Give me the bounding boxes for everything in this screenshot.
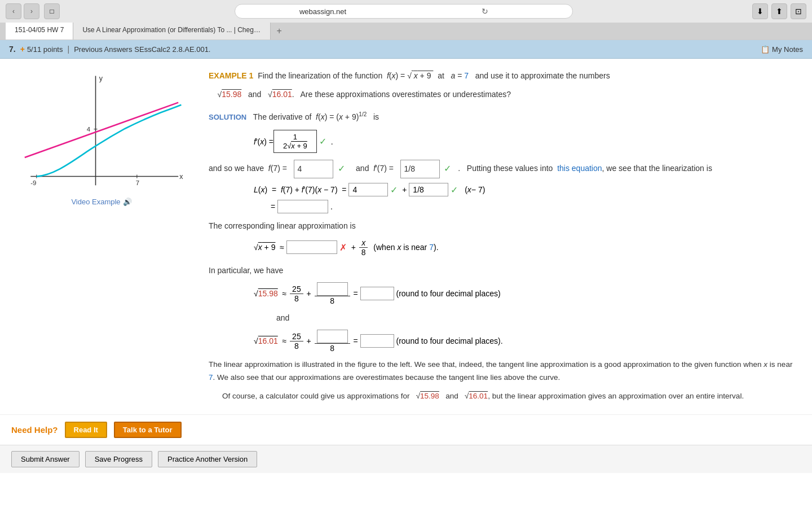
share-button[interactable]: ⬆ bbox=[771, 3, 787, 19]
svg-text:4: 4 bbox=[87, 126, 91, 133]
fprime-label: f′(x) = bbox=[254, 137, 273, 146]
input-over-8-2: 8 bbox=[314, 330, 351, 353]
example-label: EXAMPLE 1 bbox=[209, 71, 253, 80]
audio-icon: 🔊 bbox=[123, 198, 132, 206]
sqrt-1601-label: √16.01 ≈ bbox=[254, 336, 289, 345]
graph-container: y x 4 7 -9 bbox=[17, 70, 186, 194]
example-title-line: EXAMPLE 1 Find the linearization of the … bbox=[209, 69, 801, 83]
check-icon-4: ✓ bbox=[390, 185, 398, 195]
tab-1[interactable]: 151-04/05 HW 7 bbox=[6, 23, 73, 40]
save-progress-button[interactable]: Save Progress bbox=[85, 451, 152, 467]
reload-button[interactable]: ↻ bbox=[404, 7, 566, 16]
fprime-formula-line: f′(x) = 1 2√x + 9 ✓ . bbox=[254, 130, 801, 153]
page-content: 7. + 5/11 points | Previous Answers SEss… bbox=[0, 40, 812, 473]
approx-input[interactable] bbox=[286, 240, 337, 254]
nav-buttons: ‹ › bbox=[6, 3, 39, 19]
sidebar-button[interactable]: □ bbox=[44, 3, 60, 19]
browser-actions: ⬇ ⬆ ⊡ bbox=[752, 3, 806, 19]
question-header: 7. + 5/11 points | Previous Answers SEss… bbox=[0, 40, 812, 59]
practice-another-button[interactable]: Practice Another Version bbox=[158, 451, 257, 467]
fraction-display: 1 2√x + 9 bbox=[281, 133, 310, 150]
browser-toolbar: ‹ › □ webassign.net ↻ ⬇ ⬆ ⊡ bbox=[0, 0, 812, 23]
forward-button[interactable]: › bbox=[24, 3, 39, 19]
problem-id: SEssCalc2 2.8.AE.001. bbox=[134, 45, 210, 54]
svg-text:y: y bbox=[99, 75, 103, 82]
bottom-buttons: Submit Answer Save Progress Practice Ano… bbox=[0, 445, 812, 473]
video-text: Video Example bbox=[71, 198, 120, 206]
x-over-8: x 8 bbox=[358, 238, 369, 257]
val1-box: 4 bbox=[348, 183, 388, 196]
input-over-8-1: 8 bbox=[314, 282, 351, 305]
right-column: EXAMPLE 1 Find the linearization of the … bbox=[203, 64, 801, 409]
svg-text:7: 7 bbox=[136, 179, 139, 186]
svg-line-10 bbox=[25, 103, 178, 157]
fprime-answer-box: 1 2√x + 9 bbox=[273, 130, 317, 153]
calc-1598-line: √15.98 ≈ 25 8 + 8 = (round t bbox=[254, 282, 801, 305]
question-info: 7. + 5/11 points | Previous Answers SEss… bbox=[9, 45, 210, 54]
my-notes-label: My Notes bbox=[772, 45, 803, 54]
calc-1601-line: √16.01 ≈ 25 8 + 8 = (round t bbox=[254, 330, 801, 353]
browser-chrome: ‹ › □ webassign.net ↻ ⬇ ⬆ ⊡ 151-04/05 HW… bbox=[0, 0, 812, 40]
result-input-2[interactable] bbox=[360, 334, 394, 348]
main-area: y x 4 7 -9 bbox=[0, 59, 812, 414]
round-text-1: (round to four decimal places) bbox=[396, 289, 501, 298]
lx-label: L(x) = f(7) + f′(7)(x − 7) = bbox=[254, 185, 348, 194]
linear-approx-header: The corresponding linear approximation i… bbox=[209, 219, 801, 233]
numerator-input-1[interactable] bbox=[317, 282, 348, 296]
linearization-line: L(x) = f(7) + f′(7)(x − 7) = 4 ✓ + 1/8 ✓… bbox=[254, 183, 801, 196]
fraction-numerator: 1 bbox=[291, 133, 299, 142]
sqrt-approx-label: √x + 9 ≈ bbox=[254, 243, 286, 252]
my-notes-button[interactable]: 📋 My Notes bbox=[761, 45, 803, 54]
download-button[interactable]: ⬇ bbox=[752, 3, 768, 19]
points-icon: + bbox=[20, 45, 25, 54]
prev-answers-label: Previous Answers bbox=[74, 45, 132, 54]
points-text: 5/11 points bbox=[27, 45, 63, 54]
lx-result-input[interactable] bbox=[277, 200, 328, 213]
period-2: . bbox=[328, 202, 333, 211]
notes-icon: 📋 bbox=[761, 45, 770, 54]
sqrt-1598-label: √15.98 ≈ bbox=[254, 289, 289, 298]
graph-svg: y x 4 7 -9 bbox=[17, 70, 186, 194]
in-particular-text: In particular, we have bbox=[209, 264, 801, 278]
f7-line: and so we have f(7) = 4 ✓ and f′(7) = 1/… bbox=[209, 160, 801, 178]
need-help-section: Need Help? Read It Talk to a Tutor bbox=[0, 414, 812, 445]
left-column: y x 4 7 -9 bbox=[11, 64, 192, 409]
check-icon-5: ✓ bbox=[451, 185, 458, 195]
check-icon-2: ✓ bbox=[338, 164, 345, 173]
check-icon-3: ✓ bbox=[444, 164, 451, 173]
period-1: . bbox=[329, 137, 333, 146]
frac-25-8-2: 25 8 bbox=[289, 332, 304, 351]
fprime7-input-box: 1/8 bbox=[400, 160, 440, 178]
new-tab-button[interactable]: + bbox=[271, 23, 287, 40]
this-equation-link[interactable]: this equation bbox=[557, 164, 602, 173]
fraction-denominator: 2√x + 9 bbox=[281, 142, 310, 150]
val2-box: 1/8 bbox=[409, 183, 448, 196]
linear-approx-line: √x + 9 ≈ ✗ + x 8 (when x is near 7). bbox=[254, 238, 801, 257]
result-input-1[interactable] bbox=[360, 287, 394, 300]
tab-bar: 151-04/05 HW 7 Use A Linear Approximatio… bbox=[0, 23, 812, 40]
example-title-text: Find the linearization of the function f… bbox=[258, 71, 610, 80]
submit-answer-button[interactable]: Submit Answer bbox=[11, 451, 80, 467]
question-number: 7. bbox=[9, 45, 16, 54]
and-line: and bbox=[276, 311, 801, 325]
need-help-label: Need Help? bbox=[11, 425, 58, 435]
read-it-button[interactable]: Read It bbox=[65, 422, 107, 438]
lx-result-line: = . bbox=[271, 200, 801, 213]
para1-text: The linear approximation is illustrated … bbox=[209, 358, 801, 384]
equals-symbol: = bbox=[271, 202, 277, 211]
check-icon-1: ✓ bbox=[319, 136, 326, 147]
talk-to-tutor-button[interactable]: Talk to a Tutor bbox=[114, 422, 182, 438]
svg-text:x: x bbox=[179, 173, 183, 181]
solution-line: SOLUTION The derivative of f(x) = (x + 9… bbox=[209, 110, 801, 124]
url-text: webassign.net bbox=[242, 7, 404, 16]
back-button[interactable]: ‹ bbox=[6, 3, 21, 19]
fullscreen-button[interactable]: ⊡ bbox=[791, 3, 806, 19]
svg-text:-9: -9 bbox=[30, 179, 36, 186]
separator: | bbox=[67, 45, 69, 54]
round-text-2: (round to four decimal places). bbox=[396, 336, 503, 345]
numerator-input-2[interactable] bbox=[317, 330, 348, 343]
tab-2[interactable]: Use A Linear Approximation (or Different… bbox=[73, 23, 271, 40]
video-example-link[interactable]: Video Example 🔊 bbox=[71, 198, 131, 206]
para2-text: Of course, a calculator could give us ap… bbox=[222, 390, 801, 403]
address-bar[interactable]: webassign.net ↻ bbox=[235, 4, 573, 19]
